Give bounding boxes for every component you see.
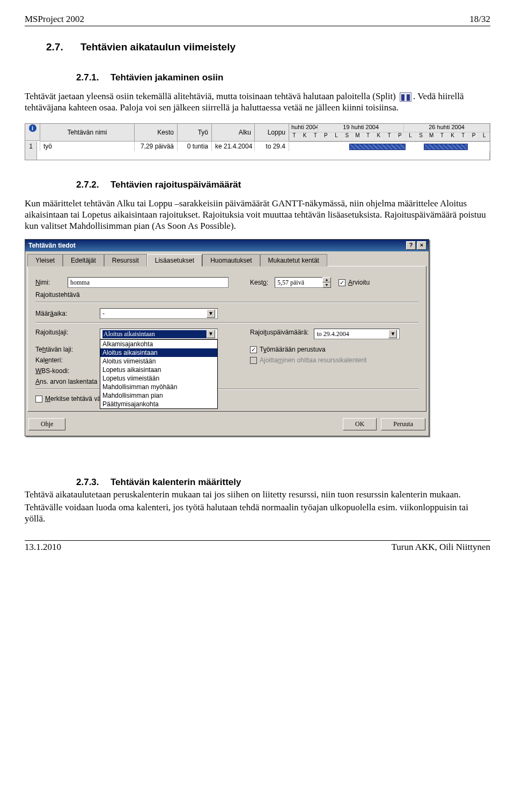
paragraph-273b: Tehtävälle voidaan luoda oma kalenteri, … [25,502,490,525]
nimi-input[interactable]: homma [68,277,229,288]
gantt-col-tyo: Työ [178,124,212,141]
paragraph-272: Kun määrittelet tehtävän Alku tai Loppu … [25,198,490,232]
heading-2-7-1: 2.7.1.Tehtävien jakaminen osiin [76,72,490,83]
heading-2-7-2: 2.7.2.Tehtävien rajoituspäivämäärät [76,180,490,190]
paragraph-273a: Tehtävä aikataulutetaan peruskalenterin … [25,489,490,500]
gantt-timeline-header: huhti 2004 19 huhti 2004 26 huhti 2004 T… [289,124,490,141]
gantt-col-info-icon: i [25,124,40,141]
ohje-button[interactable]: Ohje [28,418,65,430]
kesto-spinner[interactable]: 5,57 päivä ▲ ▼ [275,277,331,288]
help-button[interactable]: ? [406,241,416,250]
gantt-chart-area [289,141,490,151]
chevron-down-icon[interactable]: ▼ [207,309,215,318]
paragraph-271: Tehtävät jaetaan yleensä osiin tekemällä… [25,91,490,114]
header-right: 18/32 [469,14,490,25]
page-footer: 13.1.2010 Turun AKK, Oili Niittynen [25,540,490,554]
gantt-col-name: Tehtävän nimi [40,124,135,141]
dialog-titlebar[interactable]: Tehtävän tiedot ? × [25,240,429,251]
kalenteri-label: Kalenteri: [35,356,100,364]
dialog-title: Tehtävän tiedot [27,242,405,249]
gantt-task-name: työ [40,141,135,151]
option-lopetus-aikaisintaan[interactable]: Lopetus aikaisintaan [100,366,217,374]
info-icon: i [29,124,36,132]
maaraaika-label: Määräaika: [35,310,100,317]
option-mahd-pian[interactable]: Mahdollisimman pian [100,391,217,400]
footer-left: 13.1.2010 [25,542,61,553]
gantt-task-alku: ke 21.4.2004 [212,141,255,151]
heading-2-7: 2.7.Tehtävien aikataulun viimeistely [46,41,490,53]
ajoittaminen-checkbox [250,357,257,364]
gantt-col-alku: Alku [212,124,255,141]
wbs-label: WBS-koodi: [35,367,100,375]
gantt-days: T K T P L S M T K T P L S M T [289,132,490,141]
arvioitu-label: Arvioitu [348,279,370,286]
gantt-row-index: 1 [25,141,37,151]
tyomaaraan-label: Työmäärään perustuva [260,346,326,353]
kesto-label: Kesto: [250,279,268,286]
tyomaaraan-checkbox[interactable]: ✓ [250,346,257,353]
ajoittaminen-label: Ajoittaminen ohittaa resurssikalenterit [260,356,366,364]
ok-button[interactable]: OK [343,418,377,430]
option-paattymisajankohta[interactable]: Päättymisajankohta [100,400,217,408]
merkitse-checkbox[interactable] [35,396,42,403]
option-lopetus-viimeistaan[interactable]: Lopetus viimeistään [100,374,217,383]
task-info-dialog: Tehtävän tiedot ? × Yleiset Edeltäjät Re… [25,239,429,436]
tab-edeltajat[interactable]: Edeltäjät [63,254,104,266]
gantt-task-loppu: to 29.4 [255,141,289,151]
rajoituspvm-label: Rajoituspäivämäärä: [250,329,308,336]
rajoituslaji-label: Rajoituslaji: [35,329,100,336]
split-task-icon [400,92,411,102]
nimi-label: Nimi: [35,279,68,286]
footer-right: Turun AKK, Oili Niittynen [391,542,490,553]
rajoituspvm-combo[interactable]: to 29.4.2004 ▼ [314,329,400,339]
chevron-down-icon[interactable]: ▼ [207,330,215,338]
gantt-bar-segment-2 [424,144,468,150]
tab-lisaasetukset[interactable]: Lisäasetukset [147,254,202,266]
divider [35,322,418,323]
group-rajoitustehtava: Rajoitustehtävä [35,291,418,299]
divider [35,389,418,390]
peruuta-button[interactable]: Peruuta [381,418,425,430]
divider [35,302,418,303]
rajoituslaji-combo[interactable]: Aloitus aikaisintaan ▼ Alkamisajankohta … [100,329,218,339]
gantt-col-kesto: Kesto [135,124,178,141]
option-alkamisajankohta[interactable]: Alkamisajankohta [100,340,217,348]
tab-yleiset[interactable]: Yleiset [27,254,63,266]
gantt-bar-segment-1 [349,144,406,150]
option-aloitus-aikaisintaan[interactable]: Aloitus aikaisintaan [100,348,217,357]
page-header: MSProject 2002 18/32 [25,13,490,26]
spin-up-icon[interactable]: ▲ [322,277,331,282]
arvioitu-checkbox[interactable]: ✓ [339,279,345,286]
gantt-task-tyo: 0 tuntia [178,141,212,151]
gantt-col-loppu: Loppu [255,124,289,141]
dialog-tabs: Yleiset Edeltäjät Resurssit Lisäasetukse… [25,251,429,266]
option-mahd-myohaan[interactable]: Mahdollisimman myöhään [100,383,217,391]
tab-resurssit[interactable]: Resurssit [104,254,147,266]
maaraaika-combo[interactable]: - ▼ [100,308,218,319]
gantt-screenshot: i Tehtävän nimi Kesto Työ Alku Loppu huh… [25,123,490,160]
option-aloitus-viimeistaan[interactable]: Aloitus viimeistään [100,357,217,366]
tab-huomautukset[interactable]: Huomautukset [202,254,260,266]
gantt-task-kesto: 7,29 päivää [135,141,178,151]
chevron-down-icon[interactable]: ▼ [388,330,397,338]
tehtlaji-label: Tehtävän laji: [35,346,100,353]
heading-2-7-3: 2.7.3.Tehtävän kalenterin määrittely [76,477,490,488]
header-left: MSProject 2002 [25,14,84,25]
spin-down-icon[interactable]: ▼ [322,282,331,288]
close-button[interactable]: × [417,241,426,250]
rajoituslaji-listbox[interactable]: Alkamisajankohta Aloitus aikaisintaan Al… [100,339,218,409]
tab-mukautetut[interactable]: Mukautetut kentät [260,254,327,266]
